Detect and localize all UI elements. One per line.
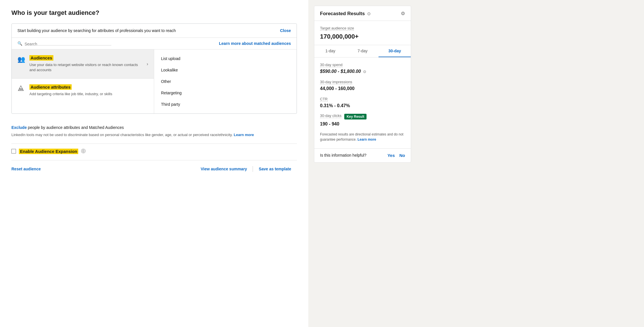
forecasted-info-icon[interactable]: ⊙ [367,11,371,16]
audience-header: Start building your audience by searchin… [12,24,297,38]
enable-expansion-row: Enable Audience Expansion ⓪ [11,148,297,154]
category-left: 👥 Audiences Use your data to retarget we… [12,49,154,113]
metric-impressions: 30-day impressions 44,000 - 160,000 [320,79,405,91]
metric-ctr: CTR 0.31% - 0.47% [320,96,405,108]
enable-expansion-checkbox[interactable] [11,149,16,153]
exclude-rest-text: people by audience attributes and Matche… [27,125,124,130]
metric-spend: 30-day spend $590.00 - $1,800.00 ⊙ [320,62,405,74]
metric-spend-label: 30-day spend [320,63,343,67]
forecasted-title-row: Forecasted Results ⊙ [320,11,371,17]
forecasted-card: Forecasted Results ⊙ ⚙ Target audience s… [314,6,411,163]
subcategory-list: List upload Lookalike Other Retargeting … [154,49,297,113]
enable-expansion-label: Enable Audience Expansion [19,149,78,154]
audience-size-section: Target audience size 170,000,000+ [314,21,411,45]
disclaimer-body: LinkedIn tools may not be used to discri… [11,133,234,137]
tab-1-day[interactable]: 1-day [314,45,347,57]
tab-7-day[interactable]: 7-day [347,45,379,57]
tabs-section: 1-day 7-day 30-day [314,45,411,57]
audiences-details: Audiences Use your data to retarget webs… [29,55,143,73]
chevron-right-icon: › [147,61,148,67]
learn-more-audiences-link[interactable]: Learn more about matched audiences [219,41,291,46]
metric-ctr-label: CTR [320,97,328,101]
key-result-badge: Key Result [344,114,367,119]
spend-info-icon[interactable]: ⊙ [363,69,366,74]
metrics-section: 30-day spend $590.00 - $1,800.00 ⊙ 30-da… [314,57,411,148]
divider [11,143,297,144]
metric-ctr-value: 0.31% - 0.47% [320,103,405,108]
page-title: Who is your target audience? [11,9,297,17]
helpful-buttons: Yes No [387,153,405,158]
search-row: 🔍 Learn more about matched audiences [12,38,297,49]
search-underline [31,45,111,45]
search-input[interactable] [25,42,104,46]
helpful-no-button[interactable]: No [399,153,405,158]
subcategory-other[interactable]: Other [154,76,297,87]
search-icon: 🔍 [17,41,22,46]
metric-clicks-label: 30-day clicks [320,113,341,118]
subcategory-retargeting[interactable]: Retargeting [154,87,297,99]
svg-point-2 [21,89,23,90]
attributes-desc: Add targeting criteria like job title, i… [29,91,148,97]
clicks-label-row: 30-day clicks Key Result [320,113,405,120]
category-item-attributes[interactable]: Audience attributes Add targeting criter… [12,79,154,102]
subcategory-lookalike[interactable]: Lookalike [154,64,297,76]
metric-impressions-value: 44,000 - 160,000 [320,86,405,91]
forecasted-header: Forecasted Results ⊙ ⚙ [314,6,411,21]
right-panel: Forecasted Results ⊙ ⚙ Target audience s… [308,0,417,327]
save-template-button[interactable]: Save as template [253,167,297,171]
attributes-icon [17,85,25,93]
forecasted-settings-icon[interactable]: ⚙ [401,11,405,17]
attributes-details: Audience attributes Add targeting criter… [29,84,148,97]
svg-rect-1 [20,89,21,90]
helpful-yes-button[interactable]: Yes [387,153,395,158]
helpful-section: Is this information helpful? Yes No [314,148,411,162]
category-grid: 👥 Audiences Use your data to retarget we… [12,49,297,113]
forecasted-title: Forecasted Results [320,11,365,17]
search-wrapper: 🔍 [17,41,219,46]
category-item-audiences[interactable]: 👥 Audiences Use your data to retarget we… [12,49,154,79]
audiences-title: Audiences [29,55,53,61]
forecast-learn-more-link[interactable]: Learn more [357,137,376,141]
tab-30-day[interactable]: 30-day [379,45,411,57]
metric-spend-value: $590.00 - $1,800.00 [320,69,361,74]
metric-clicks-value: 190 - 940 [320,121,405,127]
helpful-question: Is this information helpful? [320,153,367,158]
audiences-icon: 👥 [17,56,25,63]
bottom-right-buttons: View audience summary Save as template [195,166,297,172]
audience-size-label: Target audience size [320,26,354,31]
audiences-desc: Use your data to retarget website visito… [29,62,143,73]
subcategory-third-party[interactable]: Third party [154,99,297,110]
reset-audience-button[interactable]: Reset audience [11,167,41,171]
close-button[interactable]: Close [280,28,291,33]
metric-clicks: 30-day clicks Key Result 190 - 940 [320,113,405,127]
audience-panel: Start building your audience by searchin… [11,23,297,114]
disclaimer-text: LinkedIn tools may not be used to discri… [11,132,297,138]
view-summary-button[interactable]: View audience summary [195,167,253,171]
exclude-link[interactable]: Exclude [11,125,27,130]
metric-impressions-label: 30-day impressions [320,80,352,84]
audience-size-value: 170,000,000+ [320,33,405,40]
forecast-disclaimer: Forecasted results are directional estim… [320,132,405,142]
exclude-row: Exclude people by audience attributes an… [11,121,297,132]
subcategory-list-upload[interactable]: List upload [154,53,297,64]
bottom-bar: Reset audience View audience summary Sav… [11,160,297,172]
expansion-info-icon[interactable]: ⓪ [81,148,86,154]
audience-header-text: Start building your audience by searchin… [17,28,280,33]
attributes-title: Audience attributes [29,84,72,90]
disclaimer-learn-more-link[interactable]: Learn more [234,133,254,137]
